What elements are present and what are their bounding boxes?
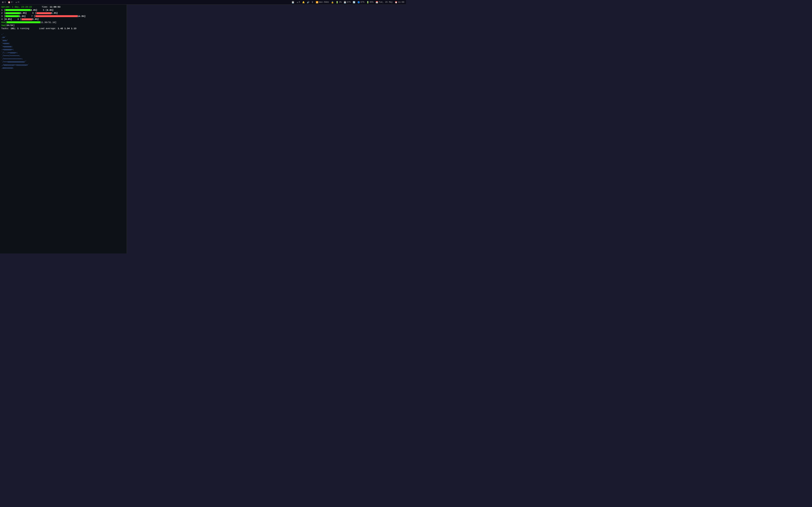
htop-section: Uptime: 1 day, 23:28:22 Time: 11:00:53 1… [1, 5, 125, 30]
volume-icon: 🔊 [307, 1, 309, 4]
time-display: ⏰ 11:00 [395, 1, 404, 4]
cpu-indicator: 🔵 67% [357, 1, 364, 4]
battery-indicator: 🔋 3% [336, 1, 342, 4]
cpu-icon: 🔵 [357, 1, 360, 4]
battery2-icon: 🔋 [366, 1, 369, 4]
monitor-icon: 🖥 [2, 1, 4, 4]
mail-icon: ✉ [297, 1, 298, 4]
battery-icon: 🔋 [336, 1, 338, 4]
htop-swp: Swp[0K/0K] [1, 24, 125, 27]
tasks-indicator: 💾 [292, 1, 295, 4]
statusbar-right: 💾 ✉ 5 🔔 🔊 🎙 📶 max-5GHz 🔒 🔋 3% 💾 37% 🔄 🔵 … [292, 1, 404, 4]
workspace-4[interactable]: ✉ 4: [16, 1, 20, 4]
main-layout: Uptime: 1 day, 23:28:22 Time: 11:00:53 1… [0, 5, 406, 253]
htop-cpu-3: 3 [1.3%] 7 [14.5%] [1, 15, 125, 18]
empty-line-1 [1, 30, 125, 33]
htop-tasks: Tasks: 101; 1 running Load average: 1.42… [1, 27, 125, 30]
neofetch-ascii: -` .o+` `ooo/ `+oooo: `+oooooo: -+oooooo… [1, 33, 56, 70]
memory-icon: 💾 [344, 1, 346, 4]
calendar-icon: 📅 [375, 1, 378, 4]
date-display: 📅 Tue, 26 May [375, 1, 393, 4]
htop-cpu-1: 1 [2.0%] 5 [0.0%] [1, 9, 125, 12]
htop-cpu-4: 4 [0.0%] 8 [3.4%] [1, 18, 125, 21]
mail-count: ✉ 5 [297, 1, 300, 4]
wifi-icon: 📶 [316, 1, 318, 4]
terminal-panel[interactable]: Uptime: 1 day, 23:28:22 Time: 11:00:53 1… [0, 5, 127, 253]
clock-icon: ⏰ [8, 1, 10, 4]
htop-uptime-line: Uptime: 1 day, 23:28:22 Time: 11:00:53 [1, 5, 125, 9]
battery2-indicator: 🔋 85% [366, 1, 373, 4]
mail-icon-wb: ✉ [16, 1, 17, 4]
memory-indicator: 💾 37% [344, 1, 351, 4]
wifi-indicator: 📶 max-5GHz [316, 1, 329, 4]
htop-mem: Mem[11.3G/31.1G] [1, 21, 125, 24]
lock-icon: 🔒 [331, 1, 334, 4]
workspace-2[interactable]: ⏰ 2: [8, 1, 13, 4]
statusbar-left: 🖥 1 ⏰ 2: ✉ 4: [2, 1, 20, 4]
workspace-1[interactable]: 🖥 1 [2, 1, 6, 4]
sync-icon: 🔄 [353, 1, 355, 4]
neofetch-section: -` .o+` `ooo/ `+oooo: `+oooooo: -+oooooo… [1, 33, 125, 70]
mic-icon: 🎙 [311, 1, 314, 4]
htop-cpu-2: 2 [1.4%] 6 [1.4%] [1, 12, 125, 15]
statusbar: 🖥 1 ⏰ 2: ✉ 4: 💾 ✉ 5 🔔 🔊 🎙 📶 max-5GHz 🔒 [0, 0, 406, 5]
tasks-icon: 💾 [292, 1, 294, 4]
notification-icon: 🔔 [302, 1, 305, 4]
terminal-content[interactable]: Uptime: 1 day, 23:28:22 Time: 11:00:53 1… [0, 5, 126, 253]
time-icon: ⏰ [395, 1, 397, 4]
